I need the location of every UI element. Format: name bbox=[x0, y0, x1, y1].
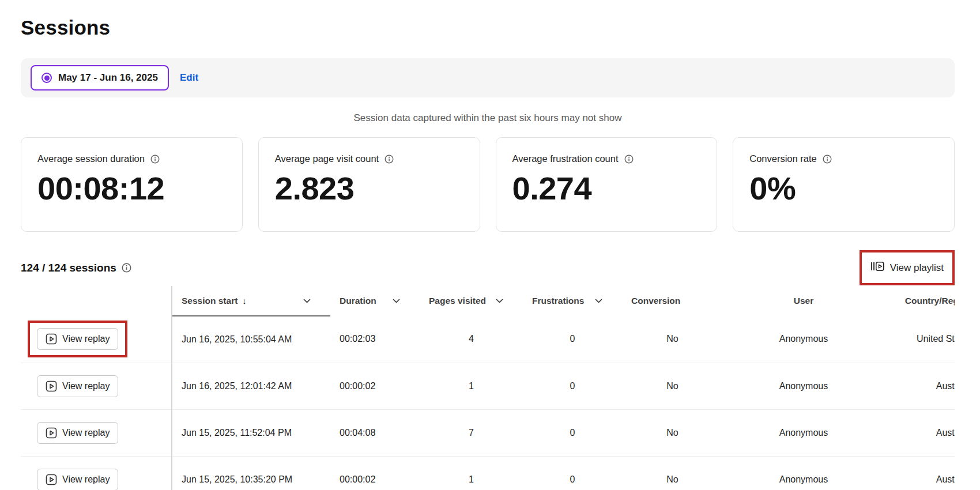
table-row: View replay Jun 16, 2025, 10:55:04 AM 00… bbox=[21, 316, 955, 363]
column-label: Frustrations bbox=[532, 296, 584, 306]
sort-descending-icon: ↓ bbox=[242, 296, 247, 306]
metric-value: 0.274 bbox=[512, 169, 701, 207]
sessions-table: Session start ↓ Duration bbox=[21, 286, 955, 490]
cell-user: Anonymous bbox=[723, 456, 884, 490]
sessions-count: 124 / 124 sessions bbox=[21, 262, 131, 274]
page-title: Sessions bbox=[21, 16, 980, 39]
metric-value: 0% bbox=[749, 169, 938, 207]
view-replay-label: View replay bbox=[62, 334, 110, 344]
column-header-user: User bbox=[723, 286, 884, 316]
cell-country: United States bbox=[884, 316, 955, 363]
column-header-country: Country/Region bbox=[884, 286, 955, 316]
metric-label: Average session duration bbox=[37, 153, 145, 164]
cell-user: Anonymous bbox=[723, 409, 884, 456]
table-row: View replay Jun 16, 2025, 12:01:42 AM 00… bbox=[21, 363, 955, 409]
replay-icon bbox=[46, 427, 57, 439]
cell-conversion: No bbox=[622, 409, 723, 456]
metric-label: Average frustration count bbox=[512, 153, 619, 164]
cell-pages-visited: 1 bbox=[420, 456, 523, 490]
column-header-conversion: Conversion bbox=[622, 286, 723, 316]
info-icon[interactable] bbox=[624, 154, 634, 164]
view-replay-button[interactable]: View replay bbox=[37, 422, 118, 444]
metric-label: Conversion rate bbox=[749, 153, 816, 164]
cell-conversion: No bbox=[622, 363, 723, 409]
radio-selected-icon bbox=[42, 73, 52, 83]
metric-card-page-visit-count: Average page visit count 2.823 bbox=[258, 137, 480, 232]
chevron-down-icon[interactable] bbox=[595, 299, 602, 303]
cell-frustrations: 0 bbox=[523, 363, 622, 409]
column-header-duration[interactable]: Duration bbox=[330, 286, 420, 316]
sessions-table-viewport: Session start ↓ Duration bbox=[21, 286, 955, 490]
cell-replay: View replay bbox=[21, 456, 172, 490]
cell-session-start: Jun 16, 2025, 12:01:42 AM bbox=[172, 363, 330, 409]
cell-duration: 00:00:02 bbox=[330, 456, 420, 490]
cell-user: Anonymous bbox=[723, 363, 884, 409]
view-replay-button[interactable]: View replay bbox=[37, 375, 118, 397]
annotation-highlight-view-playlist: View playlist bbox=[860, 250, 955, 285]
info-icon[interactable] bbox=[122, 263, 131, 273]
cell-session-start: Jun 15, 2025, 10:35:20 PM bbox=[172, 456, 330, 490]
chevron-down-icon[interactable] bbox=[496, 299, 503, 303]
cell-country: Australia bbox=[884, 456, 955, 490]
column-header-frustrations[interactable]: Frustrations bbox=[523, 286, 622, 316]
cell-frustrations: 0 bbox=[523, 409, 622, 456]
chevron-down-icon[interactable] bbox=[303, 299, 311, 303]
annotation-highlight-view-replay: View replay bbox=[28, 321, 127, 357]
metric-label: Average page visit count bbox=[275, 153, 379, 164]
column-header-pages-visited[interactable]: Pages visited bbox=[420, 286, 523, 316]
metric-card-frustration-count: Average frustration count 0.274 bbox=[496, 137, 718, 232]
table-row: View replay Jun 15, 2025, 11:52:04 PM 00… bbox=[21, 409, 955, 456]
replay-icon bbox=[46, 474, 57, 485]
edit-date-range-link[interactable]: Edit bbox=[180, 72, 198, 84]
data-delay-notice: Session data captured within the past si… bbox=[21, 112, 955, 124]
replay-icon bbox=[46, 333, 57, 345]
column-label: Pages visited bbox=[429, 296, 486, 306]
cell-duration: 00:00:02 bbox=[330, 363, 420, 409]
metric-value: 00:08:12 bbox=[37, 169, 226, 207]
view-playlist-button[interactable]: View playlist bbox=[869, 257, 945, 278]
cell-session-start: Jun 16, 2025, 10:55:04 AM bbox=[172, 316, 330, 363]
info-icon[interactable] bbox=[823, 154, 832, 164]
table-row: View replay Jun 15, 2025, 10:35:20 PM 00… bbox=[21, 456, 955, 490]
cell-session-start: Jun 15, 2025, 11:52:04 PM bbox=[172, 409, 330, 456]
cell-country: Australia bbox=[884, 409, 955, 456]
date-range-label: May 17 - Jun 16, 2025 bbox=[58, 72, 158, 84]
cell-user: Anonymous bbox=[723, 316, 884, 363]
cell-pages-visited: 1 bbox=[420, 363, 523, 409]
date-range-pill[interactable]: May 17 - Jun 16, 2025 bbox=[31, 65, 169, 91]
info-icon[interactable] bbox=[385, 154, 394, 164]
cell-pages-visited: 4 bbox=[420, 316, 523, 363]
replay-column-header bbox=[21, 286, 172, 316]
column-label: Session start bbox=[182, 296, 238, 306]
cell-frustrations: 0 bbox=[523, 456, 622, 490]
metric-card-conversion-rate: Conversion rate 0% bbox=[733, 137, 955, 232]
view-replay-label: View replay bbox=[62, 381, 110, 391]
sessions-toolbar: 124 / 124 sessions View playlist bbox=[21, 250, 955, 286]
playlist-icon bbox=[870, 261, 884, 275]
view-playlist-label: View playlist bbox=[890, 262, 944, 274]
view-replay-button[interactable]: View replay bbox=[37, 328, 118, 350]
cell-duration: 00:04:08 bbox=[330, 409, 420, 456]
cell-pages-visited: 7 bbox=[420, 409, 523, 456]
replay-icon bbox=[46, 380, 57, 392]
cell-conversion: No bbox=[622, 316, 723, 363]
sessions-count-label: 124 / 124 sessions bbox=[21, 262, 116, 274]
cell-duration: 00:02:03 bbox=[330, 316, 420, 363]
chevron-down-icon[interactable] bbox=[393, 299, 400, 303]
cell-replay: View replay bbox=[21, 363, 172, 409]
sessions-page: Sessions May 17 - Jun 16, 2025 Edit Sess… bbox=[0, 0, 980, 490]
info-icon[interactable] bbox=[150, 154, 160, 164]
column-label: Duration bbox=[340, 296, 376, 306]
view-replay-label: View replay bbox=[62, 474, 110, 485]
metric-value: 2.823 bbox=[275, 169, 463, 207]
metric-cards: Average session duration 00:08:12 Averag… bbox=[21, 137, 955, 232]
table-header-row: Session start ↓ Duration bbox=[21, 286, 955, 316]
date-filter-bar: May 17 - Jun 16, 2025 Edit bbox=[21, 58, 955, 97]
metric-card-session-duration: Average session duration 00:08:12 bbox=[21, 137, 243, 232]
cell-replay: View replay bbox=[21, 409, 172, 456]
cell-replay: View replay bbox=[21, 316, 172, 363]
column-header-session-start[interactable]: Session start ↓ bbox=[172, 286, 330, 316]
view-replay-button[interactable]: View replay bbox=[37, 469, 118, 490]
view-replay-label: View replay bbox=[62, 428, 110, 438]
cell-frustrations: 0 bbox=[523, 316, 622, 363]
